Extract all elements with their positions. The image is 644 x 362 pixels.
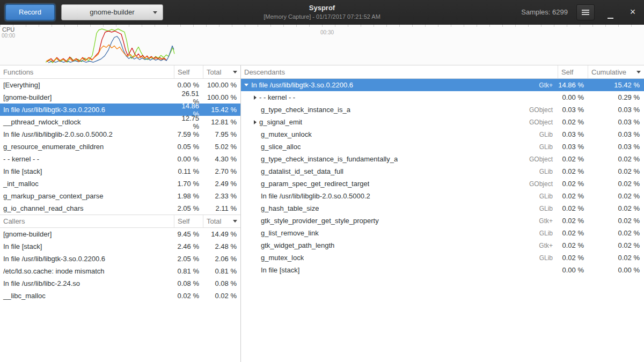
column-header-descendants[interactable]: Descendants [241,65,558,78]
total-percent: 0.08 % [203,279,240,287]
library-badge: GLib [539,143,558,151]
column-header-self[interactable]: Self [558,65,588,78]
descendant-row[interactable]: In file /usr/lib/libgtk-3.so.0.2200.6Gtk… [241,79,644,91]
self-percent: 1.98 % [174,192,203,200]
descendant-row[interactable]: g_signal_emitGObject0.02 %0.03 % [241,116,644,128]
self-percent: 0.02 % [558,167,588,175]
descendant-row[interactable]: gtk_style_provider_get_style_propertyGtk… [241,215,644,227]
function-row[interactable]: In file /usr/lib/libgtk-3.so.0.2200.614.… [0,104,240,116]
function-row[interactable]: [gnome-builder]26.51 %100.00 % [0,91,240,104]
caller-row[interactable]: In file /usr/lib/libc-2.24.so0.08 %0.08 … [0,277,240,290]
header-right-cluster: Samples: 6299 × [521,4,640,20]
column-header-total[interactable]: Total [203,65,240,78]
column-header-functions[interactable]: Functions [0,65,174,78]
function-row-name: _int_malloc [0,180,174,188]
library-badge: GLib [539,254,558,262]
cumulative-percent: 0.02 % [588,229,644,237]
time-label-mid: 00:30 [320,29,334,35]
self-percent: 2.46 % [174,242,203,250]
target-selector-button[interactable]: gnome-builder [61,4,163,20]
self-percent: 0.02 % [558,241,588,249]
caller-row-name: In file [stack] [0,242,174,250]
descendant-row[interactable]: g_list_remove_linkGLib0.02 %0.02 % [241,227,644,239]
function-row[interactable]: [Everything]0.00 %100.00 % [0,79,240,91]
caller-row[interactable]: In file /usr/lib/libgtk-3.so.0.2200.62.0… [0,253,240,265]
cumulative-percent: 0.29 % [588,93,644,101]
library-badge: GLib [539,193,558,200]
descendant-row[interactable]: gtk_widget_path_lengthGtk+0.02 %0.02 % [241,239,644,252]
descendant-name-cell: gtk_widget_path_lengthGtk+ [241,241,558,249]
function-row[interactable]: - - kernel - -0.00 %4.30 % [0,153,240,165]
function-row[interactable]: g_resource_enumerate_children0.05 %5.02 … [0,141,240,153]
close-button[interactable]: × [626,5,640,19]
cumulative-percent: 0.03 % [588,143,644,151]
sort-indicator-icon [233,71,237,73]
sort-indicator-icon [636,71,641,73]
descendant-name-cell: - - kernel - - [241,93,558,101]
expander-right-icon[interactable] [254,95,257,100]
expander-right-icon[interactable] [254,120,257,124]
self-percent: 0.08 % [174,279,203,287]
descendant-name-cell: In file /usr/lib/libgtk-3.so.0.2200.6Gtk… [241,81,558,89]
menu-button[interactable] [576,4,595,20]
descendant-name-cell: g_signal_emitGObject [241,118,558,126]
descendant-row[interactable]: In file /usr/lib/libglib-2.0.so.0.5000.2… [241,190,644,202]
caller-row[interactable]: __libc_malloc0.02 %0.02 % [0,290,240,302]
function-row[interactable]: __pthread_rwlock_rdlock12.75 %12.81 % [0,116,240,128]
descendant-row[interactable]: g_datalist_id_set_data_fullGLib0.02 %0.0… [241,165,644,178]
self-percent: 12.75 % [174,114,203,130]
descendant-row[interactable]: - - kernel - -0.00 %0.29 % [241,91,644,104]
function-row[interactable]: g_io_channel_read_chars2.05 %2.11 % [0,202,240,215]
descendant-row[interactable]: g_param_spec_get_redirect_targetGObject0… [241,178,644,190]
self-percent: 0.02 % [558,254,588,262]
column-header-cumulative[interactable]: Cumulative [588,65,644,78]
function-row-name: g_resource_enumerate_children [0,143,174,151]
self-percent: 1.70 % [174,180,203,188]
descendant-name-cell: g_datalist_id_set_data_fullGLib [241,167,558,175]
samples-count: Samples: 6299 [521,8,568,16]
caller-row-name: /etc/ld.so.cache: inode mismatch [0,267,174,275]
cumulative-percent: 0.02 % [588,180,644,188]
function-row[interactable]: In file [stack]0.11 %2.70 % [0,165,240,178]
descendant-name: In file /usr/lib/libglib-2.0.so.0.5000.2 [261,192,370,200]
self-percent: 14.86 % [558,81,588,89]
function-row-name: In file [stack] [0,167,174,175]
total-percent: 7.95 % [203,130,240,138]
function-row[interactable]: In file /usr/lib/libglib-2.0.so.0.5000.2… [0,128,240,141]
cumulative-percent: 0.03 % [588,106,644,114]
descendants-table-header: Descendants Self Cumulative [241,65,644,79]
descendant-row[interactable]: In file [stack]0.00 %0.00 % [241,264,644,276]
column-header-self[interactable]: Self [174,65,203,78]
cpu-graph[interactable]: CPU 00:00 00:30 [0,25,644,65]
expander-down-icon[interactable] [244,84,248,86]
descendant-name: g_type_check_instance_is_a [261,106,350,114]
record-button[interactable]: Record [5,4,55,20]
descendant-row[interactable]: g_hash_table_sizeGLib0.02 %0.02 % [241,202,644,215]
cpu-line-red [47,31,166,62]
descendant-row[interactable]: g_mutex_unlockGLib0.03 %0.03 % [241,128,644,141]
minimize-button[interactable] [603,5,617,19]
cumulative-percent: 0.02 % [588,167,644,175]
library-badge: Gtk+ [539,217,558,225]
descendant-name: gtk_style_provider_get_style_property [261,217,379,225]
column-header-self[interactable]: Self [174,215,203,227]
header-bar: Record gnome-builder Sysprof [Memory Cap… [0,0,644,25]
column-header-callers[interactable]: Callers [0,215,174,227]
column-header-total[interactable]: Total [203,215,240,227]
function-row[interactable]: _int_malloc1.70 %2.49 % [0,178,240,190]
descendant-row[interactable]: g_slice_allocGLib0.03 %0.03 % [241,141,644,153]
self-percent: 7.59 % [174,130,203,138]
descendant-name: In file [stack] [261,266,299,274]
function-row-name: - - kernel - - [0,155,174,163]
function-row[interactable]: g_markup_parse_context_parse1.98 %2.33 % [0,190,240,202]
descendant-row[interactable]: g_type_check_instance_is_aGObject0.03 %0… [241,104,644,116]
total-percent: 2.48 % [203,242,240,250]
descendant-name: g_slice_alloc [261,143,301,151]
caller-row[interactable]: [gnome-builder]9.45 %14.49 % [0,228,240,240]
column-header-cumulative-label: Cumulative [591,68,626,76]
descendant-row[interactable]: g_mutex_lockGLib0.02 %0.02 % [241,252,644,264]
hamburger-icon [582,10,589,15]
descendant-row[interactable]: g_type_check_instance_is_fundamentally_a… [241,153,644,165]
caller-row[interactable]: In file [stack]2.46 %2.48 % [0,240,240,253]
caller-row[interactable]: /etc/ld.so.cache: inode mismatch0.81 %0.… [0,265,240,277]
